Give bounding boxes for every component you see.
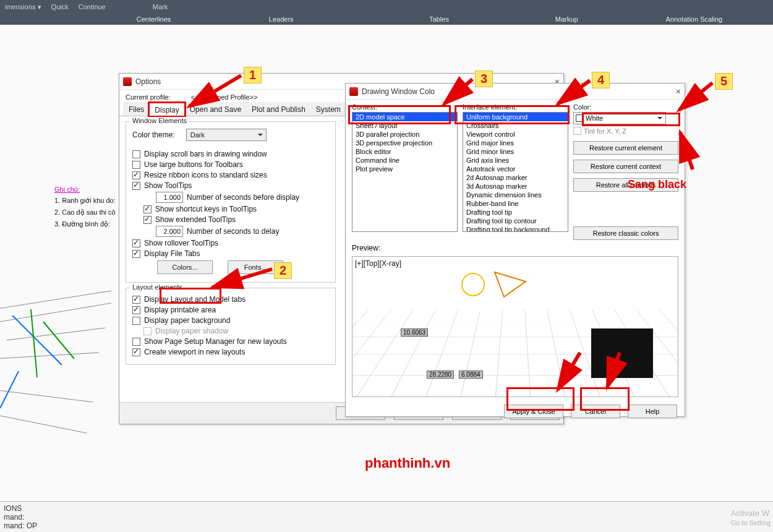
element-item[interactable]: Crosshairs [463, 121, 568, 130]
element-item[interactable]: Dynamic dimension lines [463, 191, 568, 199]
svg-line-8 [31, 309, 37, 377]
activate-watermark: Activate WGo to Setting [731, 508, 771, 527]
svg-line-7 [0, 371, 19, 408]
tab-system[interactable]: System [310, 102, 346, 116]
restore-context-button[interactable]: Restore current context [573, 160, 678, 173]
svg-line-3 [0, 353, 99, 359]
chk-resize-ribbon[interactable] [132, 171, 140, 179]
context-item[interactable]: 2D model space [352, 113, 457, 121]
chk-viewport[interactable] [132, 348, 140, 356]
svg-line-9 [43, 322, 74, 359]
context-item[interactable]: Block editor [352, 147, 457, 156]
chk-printable[interactable] [132, 306, 140, 314]
watermark-site: phanthinh.vn [365, 455, 450, 471]
context-item[interactable]: 3D perspective projection [352, 139, 457, 147]
anno-sang: Sang black [628, 178, 686, 191]
color-preview: [+][Top][X-ray] 10.6063 28.2280 6.0884 [352, 256, 678, 397]
element-item[interactable]: Uniform background [463, 113, 568, 121]
ribbon-cmd[interactable]: imensions ▾ [5, 3, 41, 11]
svg-line-0 [0, 291, 111, 309]
chk-psm[interactable] [132, 338, 140, 346]
chk-shortcut[interactable] [143, 205, 152, 213]
color-theme-combo[interactable]: Dark [186, 129, 267, 141]
canvas-sketch [0, 285, 124, 439]
preview-sun-icon [458, 263, 532, 306]
anno-4: 4 [592, 72, 610, 88]
element-item[interactable]: Drafting tool tip [463, 208, 568, 217]
context-list[interactable]: 2D model spaceSheet / layout3D parallel … [352, 112, 458, 232]
svg-point-10 [462, 273, 484, 296]
chk-paperbg[interactable] [132, 317, 140, 325]
chk-large-btn[interactable] [132, 161, 140, 169]
element-item[interactable]: Grid major lines [463, 139, 568, 147]
app-logo-icon [123, 77, 132, 86]
chk-tooltips[interactable] [132, 182, 140, 190]
ribbon-panels: Centerlines Leaders Tables Markup Annota… [0, 14, 773, 25]
tab-plot[interactable]: Plot and Publish [246, 102, 311, 116]
chk-filetabs[interactable] [132, 250, 140, 258]
svg-line-4 [0, 390, 93, 402]
tab-open-save[interactable]: Open and Save [184, 102, 247, 116]
context-item[interactable]: 3D parallel projection [352, 130, 457, 139]
element-item[interactable]: Grid axis lines [463, 156, 568, 165]
restore-element-button[interactable]: Restore current element [573, 141, 678, 155]
color-combo[interactable]: White [573, 112, 666, 124]
app-logo-icon [349, 87, 358, 96]
drawing-colors-dialog: Drawing Window Colo × Context: 2D model … [345, 83, 685, 417]
anno-3: 3 [475, 71, 493, 87]
options-title: Options [135, 77, 161, 86]
tab-display[interactable]: Display [149, 103, 184, 116]
help-button[interactable]: Help [628, 405, 677, 418]
num-delay[interactable]: 2.000 [156, 226, 183, 237]
element-item[interactable]: Drafting tool tip background [463, 225, 568, 232]
context-item[interactable]: Plot preview [352, 165, 457, 173]
chk-shadow [143, 327, 152, 335]
context-item[interactable]: Sheet / layout [352, 121, 457, 130]
chk-layout-tabs[interactable] [132, 296, 140, 304]
element-item[interactable]: Drafting tool tip contour [463, 217, 568, 225]
colors-title: Drawing Window Colo [362, 87, 435, 96]
element-item[interactable]: 3d Autosnap marker [463, 182, 568, 191]
close-icon[interactable]: × [676, 87, 681, 97]
num-sec[interactable]: 1.000 [156, 192, 183, 203]
element-list[interactable]: Uniform backgroundCrosshairsViewport con… [463, 112, 568, 232]
element-item[interactable]: Grid minor lines [463, 147, 568, 156]
color-swatch-icon [576, 114, 583, 122]
tab-files[interactable]: Files [123, 102, 150, 116]
ribbon-top: imensions ▾ Quick Continue Mark [0, 0, 773, 14]
svg-line-2 [6, 328, 105, 340]
svg-line-5 [0, 414, 87, 433]
colors-button[interactable]: Colors... [157, 260, 213, 274]
element-item[interactable]: Autotrack vector [463, 165, 568, 173]
command-line[interactable]: IONS mand: mand: OP [0, 501, 773, 532]
cancel-button[interactable]: Cancel [571, 405, 620, 418]
chk-tint [573, 127, 581, 135]
element-item[interactable]: Viewport control [463, 130, 568, 139]
anno-5: 5 [715, 73, 733, 90]
canvas-notes: Ghi chú: 1. Ranh giới khu đo: 2. Cao độ … [54, 186, 116, 232]
anno-2: 2 [274, 262, 292, 279]
element-item[interactable]: Rubber-band line [463, 199, 568, 208]
apply-close-button[interactable]: Apply & Close [504, 405, 563, 418]
restore-classic-button[interactable]: Restore classic colors [573, 226, 678, 240]
anno-1: 1 [244, 67, 262, 84]
context-item[interactable]: Command line [352, 156, 457, 165]
chk-scrollbars[interactable] [132, 150, 140, 158]
element-item[interactable]: 2d Autosnap marker [463, 173, 568, 182]
chk-rollover[interactable] [132, 239, 140, 247]
chk-ext-tt[interactable] [143, 216, 152, 224]
